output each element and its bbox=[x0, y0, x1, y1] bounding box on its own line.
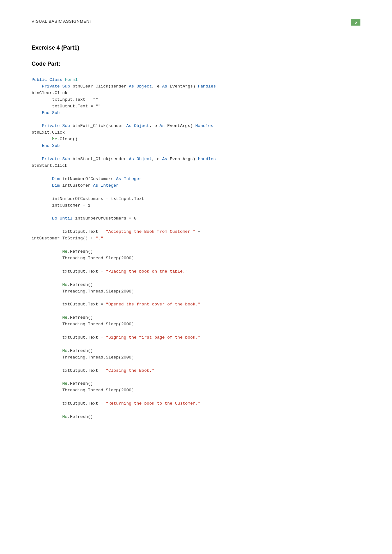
page: VISUAL BASIC ASSIGNMENT 5 Exercise 4 (Pa… bbox=[0, 0, 392, 554]
exercise-heading: Exercise 4 (Part1) bbox=[32, 45, 360, 51]
code-block: Public Class Form1 Private Sub btnClear_… bbox=[32, 77, 360, 420]
document-title: VISUAL BASIC ASSIGNMENT bbox=[32, 19, 92, 24]
code-part-heading: Code Part: bbox=[32, 61, 360, 67]
page-header: VISUAL BASIC ASSIGNMENT 5 bbox=[32, 19, 360, 26]
page-number: 5 bbox=[351, 19, 360, 26]
